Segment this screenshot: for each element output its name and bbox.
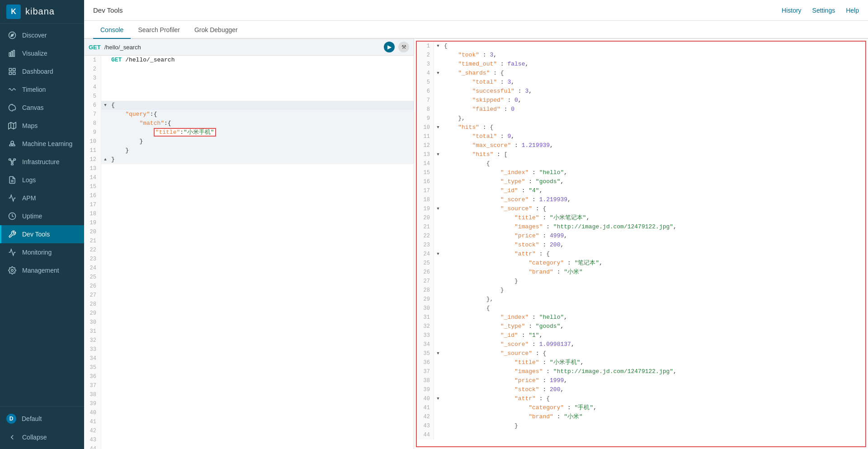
sidebar-item-apm[interactable]: APM (0, 189, 84, 207)
resp-line: 40 ▼ "attr" : { (417, 394, 865, 403)
sidebar-item-infrastructure[interactable]: Infrastructure (0, 153, 84, 171)
history-link[interactable]: History (782, 7, 802, 14)
sidebar-item-dashboard[interactable]: Dashboard (0, 62, 84, 80)
tabs: Console Search Profiler Grok Debugger (84, 21, 868, 39)
compass-icon (8, 31, 17, 40)
sidebar-item-machine-learning[interactable]: Machine Learning (0, 135, 84, 153)
editor-line: 9 "title":"小米手机" (84, 128, 414, 137)
resp-line: 1 ▼ { (417, 42, 865, 51)
resp-line: 31 "_index" : "hello", (417, 313, 865, 322)
topbar: Dev Tools History Settings Help (84, 0, 868, 21)
tab-search-profiler[interactable]: Search Profiler (131, 21, 187, 39)
resp-line: 22 "price" : 4999, (417, 232, 865, 241)
sidebar-item-visualize[interactable]: Visualize (0, 44, 84, 62)
kibana-logo-text: kibana (25, 6, 55, 17)
settings-link[interactable]: Settings (812, 7, 835, 14)
editor-line: 29 (84, 309, 414, 318)
resp-line: 12 "max_score" : 1.219939, (417, 141, 865, 150)
svg-rect-8 (13, 72, 15, 75)
tab-console[interactable]: Console (93, 21, 131, 39)
grid-icon (8, 67, 17, 76)
sidebar-item-monitoring[interactable]: Monitoring (0, 243, 84, 261)
editor-line: 2 (84, 65, 414, 74)
editor-line: 38 (84, 390, 414, 399)
resp-line: 33 "_id" : "1", (417, 331, 865, 340)
editor-line: 21 (84, 236, 414, 246)
editor-line: 14 (84, 173, 414, 182)
resp-line: 34 "_score" : 1.0998137, (417, 340, 865, 349)
editor-line: 4 (84, 83, 414, 92)
sidebar-item-label: Logs (22, 176, 36, 184)
editor-line: 30 (84, 318, 414, 327)
resp-line: 13 ▼ "hits" : [ (417, 150, 865, 159)
resp-line: 44 (417, 430, 865, 440)
clock-icon (8, 212, 17, 221)
resp-line: 25 "category" : "笔记本", (417, 259, 865, 268)
svg-marker-9 (9, 123, 16, 129)
sidebar-item-label: APM (22, 194, 36, 202)
response-editor[interactable]: 1 ▼ { 2 "took" : 3, 3 "timed_out" : fals… (417, 42, 865, 446)
sidebar-item-maps[interactable]: Maps (0, 117, 84, 135)
left-panel: GET /hello/_search ▶ ⚒ 1 GET /hello/_sea… (84, 39, 414, 449)
wrench-button[interactable]: ⚒ (398, 42, 409, 52)
svg-rect-6 (13, 68, 15, 71)
svg-rect-3 (11, 52, 13, 57)
resp-line: 39 "stock" : 200, (417, 385, 865, 394)
sidebar-item-logs[interactable]: Logs (0, 171, 84, 189)
resp-line: 11 "total" : 9, (417, 132, 865, 141)
kibana-logo-letter: K (11, 8, 16, 16)
sidebar-item-label: Management (22, 267, 59, 274)
sidebar-item-management[interactable]: Management (0, 261, 84, 279)
code-editor[interactable]: 1 GET /hello/_search 2 3 4 (84, 56, 414, 449)
sidebar-item-canvas[interactable]: Canvas (0, 99, 84, 117)
editor-line: 10 } (84, 137, 414, 146)
svg-marker-1 (11, 34, 14, 37)
page-title: Dev Tools (93, 6, 123, 14)
resp-line: 2 "took" : 3, (417, 51, 865, 60)
resp-line: 37 "images" : "http://image.jd.com/12479… (417, 367, 865, 376)
help-link[interactable]: Help (846, 7, 859, 14)
url-method: GET (89, 44, 101, 51)
tab-grok-debugger[interactable]: Grok Debugger (187, 21, 245, 39)
resp-line: 15 "_index" : "hello", (417, 168, 865, 177)
sidebar-item-dev-tools[interactable]: Dev Tools (0, 225, 84, 243)
sidebar-item-label: Uptime (22, 213, 42, 220)
svg-rect-15 (14, 159, 16, 160)
sidebar-item-uptime[interactable]: Uptime (0, 207, 84, 225)
editor-line: 1 GET /hello/_search (84, 56, 414, 65)
resp-line: 14 { (417, 159, 865, 168)
editor-line: 41 (84, 417, 414, 426)
document-icon (8, 175, 17, 184)
resp-line: 29 }, (417, 295, 865, 304)
sidebar-collapse-label: Collapse (22, 434, 47, 441)
resp-line: 19 ▼ "_source" : { (417, 204, 865, 213)
editor-line: 20 (84, 227, 414, 236)
editor-line: 39 (84, 399, 414, 408)
editor-line: 36 (84, 372, 414, 381)
editor-line: 8 "match":{ (84, 119, 414, 128)
editor-line: 7 "query":{ (84, 110, 414, 119)
resp-line: 41 "category" : "手机", (417, 403, 865, 412)
resp-line: 28 } (417, 286, 865, 295)
sidebar-item-timelion[interactable]: Timelion (0, 80, 84, 99)
sidebar-item-discover[interactable]: Discover (0, 26, 84, 44)
brain-icon (8, 139, 17, 148)
svg-rect-16 (11, 164, 14, 165)
run-button[interactable]: ▶ (384, 42, 395, 52)
resp-line: 4 ▼ "_shards" : { (417, 69, 865, 78)
sidebar-item-default[interactable]: D Default (0, 409, 84, 428)
editor-line: 27 (84, 291, 414, 300)
sidebar-item-collapse[interactable]: Collapse (0, 428, 84, 446)
svg-rect-2 (9, 53, 10, 57)
editor-line: 40 (84, 408, 414, 417)
editor-line: 35 (84, 363, 414, 372)
resp-line: 27 } (417, 277, 865, 286)
sidebar-item-label: Machine Learning (22, 140, 72, 147)
tools-icon (8, 230, 17, 239)
url-path: /hello/_search (104, 44, 380, 51)
resp-line: 32 "_type" : "goods", (417, 322, 865, 331)
resp-line: 20 "title" : "小米笔记本", (417, 213, 865, 222)
resp-line: 26 "brand" : "小米" (417, 268, 865, 277)
editor-line: 19 (84, 218, 414, 227)
response-panel: 1 ▼ { 2 "took" : 3, 3 "timed_out" : fals… (416, 41, 866, 447)
